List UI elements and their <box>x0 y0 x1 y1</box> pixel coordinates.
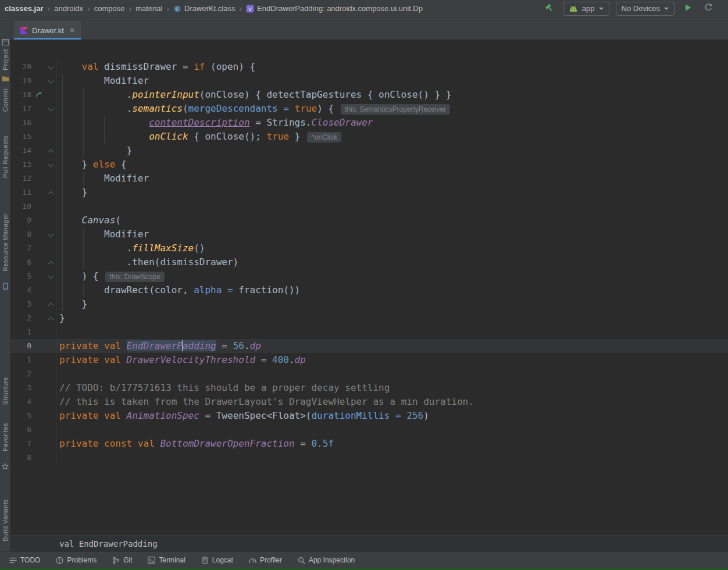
fold-marker[interactable] <box>47 186 56 200</box>
code-line[interactable]: 18 .pointerInput(onClose) { detectTapGes… <box>10 88 728 102</box>
gutter-line-number[interactable]: 18 <box>10 88 31 102</box>
gutter-line-number[interactable]: 10 <box>10 200 31 213</box>
toolwindow-button-logcat[interactable]: Logcat <box>201 556 233 564</box>
gutter-line-number[interactable]: 19 <box>10 74 31 88</box>
gutter-line-number[interactable]: 17 <box>10 102 31 116</box>
device-selector[interactable]: No Devices <box>616 2 675 16</box>
code-line[interactable]: 5 ) {this: DrawScope <box>10 269 728 283</box>
code-line[interactable]: 8 <box>10 451 728 465</box>
toolwindow-button-terminal[interactable]: Terminal <box>148 556 185 564</box>
gutter-line-number[interactable]: 2 <box>10 367 31 381</box>
code-line[interactable]: 14 } <box>10 144 728 158</box>
run-button[interactable] <box>681 2 695 16</box>
tab-close-icon[interactable]: × <box>70 26 74 34</box>
code-line[interactable]: 2} <box>10 311 728 325</box>
code-line[interactable]: 10 <box>10 200 728 213</box>
fold-marker[interactable] <box>47 60 56 74</box>
gutter-line-number[interactable]: 7 <box>10 437 31 451</box>
run-config-selector[interactable]: app <box>563 2 609 16</box>
code-line[interactable]: 1private val DrawerVelocityThreshold = 4… <box>10 353 728 367</box>
gutter-line-number[interactable]: 1 <box>10 325 31 339</box>
breadcrumb-item-enddrawerpadding[interactable]: VEndDrawerPadding: androidx.compose.ui.u… <box>246 4 423 13</box>
gutter-line-number[interactable]: 3 <box>10 297 31 311</box>
gutter-line-number[interactable]: 16 <box>10 116 31 130</box>
code-line[interactable]: 17 .semantics(mergeDescendants = true) {… <box>10 102 728 116</box>
gutter-line-number[interactable]: 11 <box>10 186 31 200</box>
editor[interactable]: 20 val dismissDrawer = if (open) {19 Mod… <box>10 40 728 535</box>
gutter-line-number[interactable]: 4 <box>10 283 31 297</box>
gutter-line-number[interactable]: 0 <box>10 339 31 353</box>
breadcrumb-item-compose[interactable]: compose <box>94 4 125 13</box>
code-line[interactable]: 3 } <box>10 297 728 311</box>
fold-marker[interactable] <box>47 269 56 283</box>
gutter-line-number[interactable]: 13 <box>10 158 31 172</box>
code-line[interactable]: 7private const val BottomDrawerOpenFract… <box>10 437 728 451</box>
gutter-line-number[interactable]: 8 <box>10 451 31 465</box>
gutter-line-number[interactable]: 8 <box>10 227 31 241</box>
tool-button-favorites[interactable]: Favorites <box>0 423 10 451</box>
code-line[interactable]: 19 Modifier <box>10 74 728 88</box>
fold-marker[interactable] <box>47 311 56 325</box>
gutter-line-number[interactable]: 20 <box>10 60 31 74</box>
breadcrumb-item-androidx[interactable]: androidx <box>54 4 83 13</box>
tool-button-project[interactable]: Project <box>0 38 10 70</box>
tool-button-star[interactable] <box>0 463 10 470</box>
fold-marker[interactable] <box>47 102 56 116</box>
breadcrumb-item-material[interactable]: material <box>135 4 162 13</box>
code-line[interactable]: 8 Modifier <box>10 227 728 241</box>
fold-marker[interactable] <box>47 158 56 172</box>
gutter-line-number[interactable]: 14 <box>10 144 31 158</box>
code-line[interactable]: 1 <box>10 325 728 339</box>
code-line[interactable]: 0private val EndDrawerPadding = 56.dp <box>10 339 728 353</box>
toolwindow-button-app-inspection[interactable]: App Inspection <box>298 556 355 564</box>
gutter-line-number[interactable]: 5 <box>10 409 31 423</box>
code-line[interactable]: 3// TODO: b/177571613 this should be a p… <box>10 381 728 395</box>
code-line[interactable]: 20 val dismissDrawer = if (open) { <box>10 60 728 74</box>
fold-marker[interactable] <box>47 227 56 241</box>
tool-button-commit[interactable]: Commit <box>0 88 10 112</box>
code-line[interactable]: 11 } <box>10 186 728 200</box>
gutter-line-number[interactable]: 7 <box>10 241 31 255</box>
toolwindow-button-problems[interactable]: Problems <box>56 556 97 564</box>
code-line[interactable]: 5private val AnimationSpec = TweenSpec<F… <box>10 409 728 423</box>
toolwindow-button-profiler[interactable]: Profiler <box>249 556 282 564</box>
tool-button-folder[interactable] <box>0 76 10 82</box>
code-line[interactable]: 6 <box>10 423 728 437</box>
apply-changes-button[interactable] <box>701 2 715 16</box>
code-line[interactable]: 7 .fillMaxSize() <box>10 241 728 255</box>
code-line[interactable]: 4// this is taken from the DrawerLayout'… <box>10 395 728 409</box>
build-button[interactable] <box>543 2 556 16</box>
gutter-line-number[interactable]: 15 <box>10 130 31 144</box>
gutter-line-number[interactable]: 6 <box>10 423 31 437</box>
tool-button-build-variants[interactable]: Build Variants <box>0 499 10 542</box>
gutter-line-number[interactable]: 3 <box>10 381 31 395</box>
gutter-line-number[interactable]: 6 <box>10 255 31 269</box>
code-line[interactable]: 15 onClick { onClose(); true }^onClick <box>10 130 728 144</box>
breadcrumb-root[interactable]: classes.jar <box>5 4 44 13</box>
code-line[interactable]: 2 <box>10 367 728 381</box>
code-line[interactable]: 16 contentDescription = Strings.CloseDra… <box>10 116 728 130</box>
gutter-line-number[interactable]: 5 <box>10 269 31 283</box>
gutter-line-number[interactable]: 1 <box>10 353 31 367</box>
gutter-line-number[interactable]: 4 <box>10 395 31 409</box>
gutter-line-number[interactable]: 9 <box>10 213 31 227</box>
tool-button-pull-requests[interactable]: Pull Requests <box>0 136 10 178</box>
fold-marker[interactable] <box>47 297 56 311</box>
fold-marker[interactable] <box>47 144 56 158</box>
tool-button-structure[interactable]: Structure <box>0 377 10 405</box>
breadcrumb-item-drawerkt-class[interactable]: CDrawerKt.class <box>173 4 235 13</box>
toolwindow-button-todo[interactable]: TODO <box>9 556 40 564</box>
code-line[interactable]: 4 drawRect(color, alpha = fraction()) <box>10 283 728 297</box>
gutter-line-number[interactable]: 12 <box>10 172 31 186</box>
fold-marker[interactable] <box>47 74 56 88</box>
tool-button-resource-manager[interactable]: Resource Manager <box>0 213 10 272</box>
toolwindow-button-git[interactable]: Git <box>112 556 132 564</box>
code-line[interactable]: 9 Canvas( <box>10 213 728 227</box>
code-line[interactable]: 12 Modifier <box>10 172 728 186</box>
fold-marker[interactable] <box>47 255 56 269</box>
gutter-line-number[interactable]: 2 <box>10 311 31 325</box>
tool-button-device[interactable] <box>0 283 10 290</box>
code-line[interactable]: 6 .then(dismissDrawer) <box>10 255 728 269</box>
code-line[interactable]: 13 } else { <box>10 158 728 172</box>
editor-tab-drawer-kt[interactable]: Drawer.kt × <box>14 21 81 40</box>
